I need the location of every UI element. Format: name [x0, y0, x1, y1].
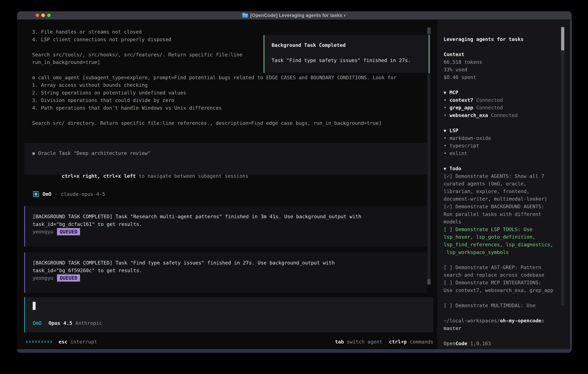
todo-line: [✓] Demonstrate AGENTS: Show all 7 [444, 172, 561, 180]
todo-line: lsp_find_references, lsp_diagnostics, [444, 241, 561, 249]
background-task-card: [BACKGROUND TASK COMPLETED] Task "Find t… [24, 252, 427, 293]
todo-line: curated agents (OmO, oracle, [444, 180, 561, 187]
todo-line: models [444, 218, 561, 226]
sidebar-scrollbar[interactable] [561, 27, 564, 305]
task-card-text: task_id="bg_6f59260c" to get results. [32, 267, 427, 274]
todo-line: librarian, explore, frontend, [444, 187, 561, 195]
background-task-card: [BACKGROUND TASK COMPLETED] Task "Resear… [24, 206, 427, 247]
mcp-heading-label: MCP [449, 90, 458, 95]
input-agent-name: OmO [33, 320, 42, 326]
todo-heading-label: Todo [449, 166, 461, 171]
oracle-task-box: ◉ Oracle Task "Deep architecture review"… [24, 143, 427, 175]
titlebar[interactable]: [OpenCode] Leveraging agents for tasks ◐ [17, 11, 572, 19]
text-line: 3. File handles or streams not closed [32, 28, 429, 36]
esc-key-hint: esc [59, 339, 67, 345]
text-line: 3. Division operations that could divide… [32, 96, 429, 104]
oracle-task-hint: ctrl+x right, ctrl+x left to navigate be… [32, 165, 427, 172]
spinner-dots-icon [26, 341, 52, 343]
text-line: 33% used [444, 66, 561, 73]
lsp-item: • typescript [444, 142, 561, 150]
chevron-down-icon: ▼ [444, 90, 446, 95]
prompt-input[interactable]: OmO Opus 4.5 Anthropic [24, 297, 433, 332]
lsp-heading-label: LSP [449, 128, 458, 133]
task-card-meta: yeongyu QUEUED [32, 274, 427, 282]
agent-icon [33, 191, 39, 197]
notification-title: Background Task Completed [272, 41, 429, 49]
tab-key-hint: tab [335, 339, 344, 345]
notification-toast: Background Task Completed Task "Find typ… [264, 35, 430, 73]
agent-header: OmO · claude-opus-4-5 [33, 190, 105, 198]
todo-line: [✓] Demonstrate BACKGROUND AGENTS: [444, 203, 561, 210]
window-right-edge [570, 20, 572, 349]
task-author: yeongyu [32, 229, 53, 235]
lsp-list: • markdown-oxide• typescript• eslint [444, 134, 561, 157]
sidebar-content: Leveraging agents for tasks Context 66,5… [444, 35, 561, 347]
main-scrollbar-thumb-top[interactable] [427, 28, 430, 34]
main-scrollbar-thumb-bottom[interactable] [427, 279, 430, 285]
sidebar: Leveraging agents for tasks Context 66,5… [437, 20, 570, 349]
text-line: 1. Array access without bounds checking [32, 81, 429, 89]
status-badge: QUEUED [57, 228, 80, 235]
window-title: [OpenCode] Leveraging agents for tasks ◐ [250, 13, 346, 18]
mcp-section-header[interactable]: ▼MCP [444, 89, 561, 96]
text-cursor [33, 302, 36, 310]
session-title: Leveraging agents for tasks [444, 35, 561, 43]
todo-line: lsp_hover, lsp_goto_definition, [444, 233, 561, 241]
esc-action-label: interrupt [70, 339, 97, 345]
todo-line: [ ] Demonstrate AST-GREP: Pattern [444, 264, 561, 271]
status-badge: QUEUED [57, 274, 80, 281]
input-provider-name: Anthropic [75, 320, 102, 326]
task-card-text: [BACKGROUND TASK COMPLETED] Task "Resear… [32, 213, 427, 220]
statusbar-right: tab switch agent ctrl+p commands [335, 339, 433, 345]
todo-line: search and replace across codebase [444, 271, 561, 279]
agent-model: claude-opus-4-5 [61, 191, 105, 197]
text-line: ⚙ call_omo_agent [subagent_type=explore,… [32, 74, 429, 82]
context-heading: Context [444, 51, 561, 58]
desktop-background: [OpenCode] Leveraging agents for tasks ◐… [0, 0, 588, 374]
todo-list: [✓] Demonstrate AGENTS: Show all 7curate… [444, 172, 561, 309]
agent-separator: · [54, 191, 57, 197]
task-card-text: [BACKGROUND TASK COMPLETED] Task "Find t… [32, 259, 427, 267]
notification-body: Task "Find type safety issues" finished … [272, 57, 429, 64]
text-line: Search src/ directory. Return specific f… [32, 119, 429, 127]
folder-icon [242, 14, 248, 18]
mcp-item: • websearch_exa Connected [444, 112, 561, 119]
shortcut-keys: ctrl+x right, ctrl+x left [62, 173, 136, 179]
shortcut-description: to navigate between subagent sessions [136, 173, 248, 179]
statusbar: esc interrupt tab switch agent ctrl+p co… [26, 337, 433, 346]
task-card-text: task_id="bg_dcfac161" to get results. [32, 220, 427, 228]
lsp-item: • eslint [444, 150, 561, 157]
tab-action-label: switch agent [347, 339, 382, 345]
window-title-group: [OpenCode] Leveraging agents for tasks ◐ [17, 11, 572, 19]
app-window: [OpenCode] Leveraging agents for tasks ◐… [17, 11, 572, 353]
todo-line: [ ] Demonstrate LSP TOOLS: Use [444, 226, 561, 233]
todo-section-header[interactable]: ▼Todo [444, 165, 561, 172]
sidebar-scrollbar-thumb[interactable] [561, 27, 564, 50]
text-line: $0.46 spent [444, 73, 561, 81]
todo-line: document-writer, multimodal-looker) [444, 195, 561, 203]
text-line [32, 112, 429, 119]
todo-line: [ ] Demonstrate MCP INTEGRATIONS: [444, 279, 561, 287]
text-line: 4. Path operations that don't handle Win… [32, 104, 429, 112]
chevron-down-icon: ▼ [444, 166, 446, 171]
commands-key-hint: ctrl+p [389, 339, 407, 345]
agent-name: OmO [42, 191, 51, 197]
window-bottom-edge [17, 349, 572, 353]
todo-line: Run parallel tasks with different [444, 210, 561, 218]
workspace-path: ~/local-workspaces/oh-my-opencode: [444, 317, 561, 324]
workspace-branch: master [444, 324, 561, 332]
task-card-meta: yeongyu QUEUED [32, 228, 427, 236]
agent-icon-glyph [35, 193, 37, 196]
version-row: OpenCode 1.0.163 [444, 340, 561, 347]
mcp-item: • grep_app Connected [444, 104, 561, 112]
text-line: 66,518 tokens [444, 58, 561, 66]
task-author: yeongyu [32, 275, 53, 281]
lsp-section-header[interactable]: ▼LSP [444, 127, 561, 134]
mcp-list: • context7 Connected• grep_app Connected… [444, 96, 561, 119]
todo-line: Use context7, websearch_exa, grep_app [444, 287, 561, 294]
oracle-task-title: ◉ Oracle Task "Deep architecture review" [32, 149, 427, 157]
mcp-item: • context7 Connected [444, 96, 561, 104]
terminal-main: 3. File handles or streams not closed4. … [17, 20, 437, 349]
statusbar-left: esc interrupt [26, 339, 97, 345]
input-model-name: Opus 4.5 [48, 320, 72, 326]
